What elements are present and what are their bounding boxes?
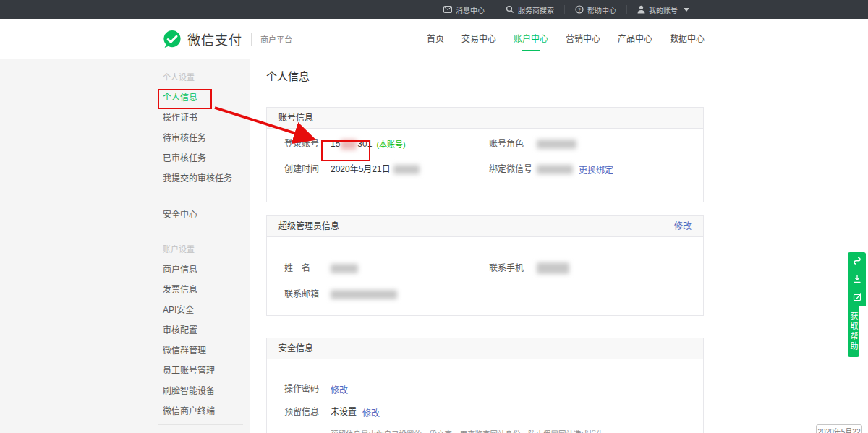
reserved-info-value: 未设置	[331, 406, 357, 419]
sidebar-item-operation-certificate[interactable]: 操作证书	[163, 113, 250, 123]
get-help-button[interactable]: 获取帮助	[848, 306, 859, 357]
edit-reserved-info-link[interactable]: 修改	[362, 406, 380, 419]
section-title: 账号信息	[278, 108, 313, 128]
header: 微信支付 商户平台 首页 交易中心 账户中心 营销中心 产品中心 数据中心	[0, 19, 868, 59]
account-info-header: 账号信息	[267, 108, 703, 129]
account-info-section: 账号信息 登录账号 15301 (本账号) 账号角色 创建时间	[266, 107, 704, 202]
sidebar: 个人设置 个人信息 操作证书 待审核任务 已审核任务 我提交的审核任务 安全中心…	[0, 59, 250, 433]
security-info-section: 安全信息 操作密码 修改 预留信息 未设置 修改 预留信息是由你自己设置的一段文…	[266, 338, 704, 433]
feedback-button[interactable]	[848, 288, 866, 306]
nav-tab-marketing-center[interactable]: 营销中心	[566, 33, 600, 45]
topbar-item-help-center[interactable]: ? 帮助中心	[565, 0, 626, 19]
sidebar-item-merchant-info[interactable]: 商户信息	[163, 265, 250, 275]
sidebar-item-face-pay-devices[interactable]: 刷脸智能设备	[163, 386, 250, 396]
search-icon	[506, 5, 514, 14]
nav-tab-transaction-center[interactable]: 交易中心	[461, 33, 496, 45]
page-title: 个人信息	[266, 69, 704, 85]
login-account-label: 登录账号	[284, 137, 331, 150]
link-icon	[852, 256, 862, 266]
created-time-label: 创建时间	[284, 163, 331, 176]
sidebar-item-personal-info[interactable]: 个人信息	[163, 93, 250, 103]
security-info-header: 安全信息	[267, 338, 703, 359]
topbar-item-message-center[interactable]: 消息中心	[433, 0, 495, 19]
chevron-down-icon	[684, 8, 689, 12]
redacted-contact-phone	[537, 262, 569, 274]
topbar-item-label: 服务商搜索	[518, 4, 554, 15]
section-title: 超级管理员信息	[278, 216, 339, 236]
admin-name-label: 姓 名	[284, 262, 331, 275]
topbar: 消息中心 服务商搜索 ? 帮助中心 我的账号	[0, 0, 868, 19]
topbar-item-label: 我的账号	[649, 4, 678, 15]
download-button[interactable]	[848, 270, 866, 288]
sidebar-item-review-config[interactable]: 审核配置	[163, 325, 250, 335]
nav-tab-product-center[interactable]: 产品中心	[618, 33, 652, 45]
topbar-item-service-provider-search[interactable]: 服务商搜索	[495, 0, 564, 19]
edit-admin-link[interactable]: 修改	[674, 216, 692, 236]
info-row: 登录账号 15301 (本账号) 账号角色	[284, 137, 692, 150]
section-title: 安全信息	[278, 338, 313, 359]
sidebar-item-invoice-info[interactable]: 发票信息	[163, 285, 250, 295]
super-admin-section: 超级管理员信息 修改 姓 名 联系手机 联系邮箱	[266, 215, 704, 316]
redacted-admin-name	[331, 264, 358, 273]
sidebar-item-pending-review-tasks[interactable]: 待审核任务	[163, 133, 250, 143]
rebind-wechat-link[interactable]: 更换绑定	[579, 163, 613, 176]
login-account-value: 15301	[331, 137, 372, 150]
quick-link-button[interactable]	[848, 252, 866, 270]
edit-password-link[interactable]: 修改	[331, 383, 348, 395]
security-info-body: 操作密码 修改 预留信息 未设置 修改 预留信息是由你自己设置的一段文字，用来鉴…	[267, 359, 703, 433]
sidebar-group-personal-settings: 个人设置	[163, 72, 250, 82]
account-role-label: 账号角色	[489, 137, 537, 150]
nav-tab-data-center[interactable]: 数据中心	[670, 33, 705, 45]
wechat-pay-logo[interactable]: 微信支付	[163, 30, 242, 48]
topbar-item-my-account[interactable]: 我的账号	[627, 0, 699, 19]
reserved-info-label: 预留信息	[284, 406, 331, 419]
redacted-contact-email	[331, 290, 397, 299]
created-time-value: 2020年5月21日	[331, 163, 391, 176]
edit-icon	[852, 292, 862, 302]
help-icon: ?	[575, 5, 584, 14]
redacted-created-time	[393, 165, 420, 174]
contact-phone-label: 联系手机	[489, 262, 537, 275]
topbar-item-label: 帮助中心	[587, 4, 616, 15]
redacted-login-digits	[341, 140, 357, 150]
info-row: 姓 名 联系手机	[284, 262, 692, 275]
floating-help-widget: 获取帮助	[848, 252, 866, 357]
date-tooltip: 2020年5月22日	[816, 424, 862, 433]
user-icon	[637, 5, 645, 14]
account-info-body: 登录账号 15301 (本账号) 账号角色 创建时间 2020年5月21日	[267, 129, 703, 202]
nav-tab-home[interactable]: 首页	[427, 33, 444, 45]
nav-tab-account-center[interactable]: 账户中心	[514, 33, 548, 45]
bound-wechat-label: 绑定微信号	[489, 163, 537, 176]
redacted-account-role	[537, 140, 576, 149]
sidebar-item-wechat-group-management[interactable]: 微信群管理	[163, 346, 250, 356]
current-account-tag: (本账号)	[376, 138, 405, 150]
brand-name: 微信支付	[187, 30, 242, 48]
header-divider	[251, 33, 252, 46]
reserved-info-description: 预留信息是由你自己设置的一段文字，用来鉴定网站身份，防止假冒网站造成损失。 配置…	[331, 427, 692, 433]
title-divider	[266, 95, 704, 95]
info-row: 预留信息 未设置 修改	[284, 406, 692, 419]
topbar-item-label: 消息中心	[456, 4, 485, 15]
super-admin-body: 姓 名 联系手机 联系邮箱	[267, 237, 703, 315]
sidebar-item-reviewed-tasks[interactable]: 已审核任务	[163, 153, 250, 163]
sidebar-group-account-settings: 账户设置	[163, 244, 250, 254]
sidebar-divider	[158, 424, 243, 425]
sidebar-item-api-security[interactable]: API安全	[163, 305, 250, 315]
info-row: 创建时间 2020年5月21日 绑定微信号 更换绑定	[284, 163, 692, 176]
super-admin-header: 超级管理员信息 修改	[267, 216, 703, 237]
portal-name: 商户平台	[260, 33, 292, 45]
main-content: 个人信息 账号信息 登录账号 15301 (本账号) 账号角色	[266, 59, 704, 433]
svg-text:?: ?	[578, 7, 581, 12]
mail-icon	[443, 6, 452, 13]
wechat-pay-logo-icon	[163, 30, 182, 48]
sidebar-item-staff-account-management[interactable]: 员工账号管理	[163, 366, 250, 376]
sidebar-divider	[158, 194, 243, 194]
info-row: 操作密码 修改	[284, 382, 692, 395]
main-nav: 首页 交易中心 账户中心 营销中心 产品中心 数据中心	[427, 33, 705, 45]
page: 消息中心 服务商搜索 ? 帮助中心 我的账号 微信支付 商	[0, 0, 868, 433]
sidebar-item-security-center[interactable]: 安全中心	[163, 210, 250, 220]
info-row: 联系邮箱	[284, 288, 692, 301]
sidebar-item-my-submitted-review-tasks[interactable]: 我提交的审核任务	[163, 173, 250, 184]
download-icon	[852, 274, 862, 284]
sidebar-item-wechat-merchant-terminal[interactable]: 微信商户终端	[163, 406, 250, 416]
